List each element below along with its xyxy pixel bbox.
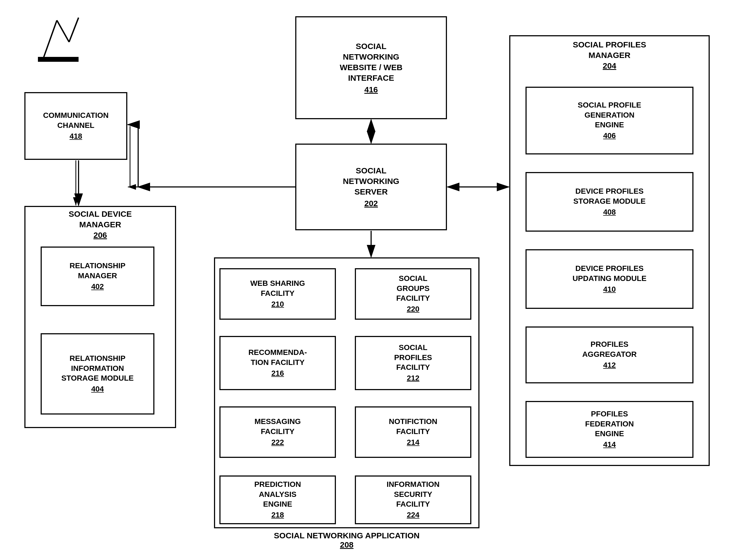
svg-line-12 (69, 18, 79, 42)
social-networking-server-box: SOCIAL NETWORKING SERVER 202 (295, 144, 447, 230)
social-networking-app-label: SOCIAL NETWORKING APPLICATION 208 (214, 531, 480, 550)
relationship-manager-box: RELATIONSHIP MANAGER 402 (40, 247, 154, 306)
information-security-box: INFORMATION SECURITY FACILITY 224 (355, 475, 471, 524)
profiles-federation-box: PFOFILES FEDERATION ENGINE 414 (525, 401, 693, 458)
recommendation-box: RECOMMENDA- TION FACILITY 216 (220, 336, 336, 390)
svg-rect-13 (38, 57, 79, 62)
communication-channel-box: COMMUNICATION CHANNEL 418 (24, 92, 127, 160)
device-profiles-storage-box: DEVICE PROFILES STORAGE MODULE 408 (525, 172, 693, 232)
svg-line-10 (44, 20, 57, 58)
social-profile-generation-box: SOCIAL PROFILE GENERATION ENGINE 406 (525, 87, 693, 155)
social-profiles-facility-box: SOCIAL PROFILES FACILITY 212 (355, 336, 471, 390)
notification-box: NOTIFICTION FACILITY 214 (355, 407, 471, 458)
social-networking-website-box: SOCIAL NETWORKING WEBSITE / WEB INTERFAC… (295, 16, 447, 119)
profiles-aggregator-box: PROFILES AGGREGATOR 412 (525, 327, 693, 383)
social-profiles-manager-label: SOCIAL PROFILESMANAGER 204 (509, 39, 710, 71)
social-device-manager-label: SOCIAL DEVICEMANAGER 206 (24, 208, 176, 240)
device-profiles-updating-box: DEVICE PROFILES UPDATING MODULE 410 (525, 249, 693, 309)
svg-line-11 (57, 20, 69, 42)
prediction-box: PREDICTION ANALYSIS ENGINE 218 (220, 475, 336, 524)
messaging-box: MESSAGING FACILITY 222 (220, 407, 336, 458)
relationship-info-storage-box: RELATIONSHIP INFORMATION STORAGE MODULE … (40, 333, 154, 415)
social-groups-box: SOCIAL GROUPS FACILITY 220 (355, 268, 471, 320)
web-sharing-box: WEB SHARING FACILITY 210 (220, 268, 336, 320)
